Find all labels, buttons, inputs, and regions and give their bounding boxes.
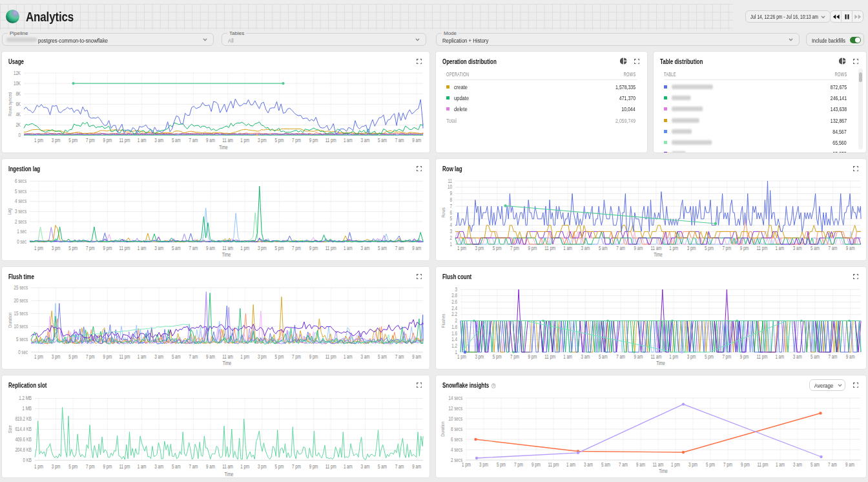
svg-text:5 pm: 5 pm	[274, 137, 284, 143]
svg-text:4 secs: 4 secs	[451, 446, 462, 453]
svg-text:11 am: 11 am	[222, 463, 233, 470]
svg-text:3 pm: 3 pm	[688, 461, 698, 468]
svg-text:3 pm: 3 pm	[258, 463, 267, 470]
svg-text:9 am: 9 am	[412, 463, 421, 470]
svg-text:10 secs: 10 secs	[449, 415, 463, 422]
svg-text:9 am: 9 am	[206, 137, 215, 143]
svg-text:5 pm: 5 pm	[705, 245, 714, 251]
svg-text:9 am: 9 am	[634, 245, 643, 251]
svg-text:1 pm: 1 pm	[671, 461, 680, 468]
svg-text:9 pm: 9 pm	[309, 137, 318, 143]
svg-text:614.4 KB: 614.4 KB	[15, 426, 32, 432]
svg-text:9 pm: 9 pm	[103, 245, 112, 251]
svg-text:1.2: 1.2	[451, 342, 457, 349]
svg-text:9 am: 9 am	[845, 461, 854, 468]
svg-text:3 pm: 3 pm	[258, 353, 267, 360]
svg-text:1 am: 1 am	[566, 461, 575, 468]
svg-text:10: 10	[448, 183, 452, 190]
svg-text:8 secs: 8 secs	[451, 426, 462, 432]
svg-text:10K: 10K	[14, 80, 21, 87]
svg-text:11 pm: 11 pm	[119, 245, 130, 251]
svg-text:7 am: 7 am	[189, 137, 198, 143]
svg-text:3 am: 3 am	[581, 353, 590, 360]
svg-text:11 am: 11 am	[222, 353, 233, 360]
svg-text:6K: 6K	[16, 101, 21, 107]
svg-text:1 pm: 1 pm	[240, 353, 249, 360]
svg-text:7: 7	[450, 203, 452, 209]
svg-text:1 pm: 1 pm	[669, 353, 678, 360]
svg-text:2.8: 2.8	[451, 292, 457, 299]
svg-text:11 pm: 11 pm	[119, 353, 130, 360]
svg-text:11 am: 11 am	[222, 245, 233, 251]
svg-text:11 am: 11 am	[222, 137, 233, 143]
svg-text:9 am: 9 am	[846, 353, 855, 360]
svg-text:1 sec: 1 sec	[17, 228, 26, 235]
svg-text:7 pm: 7 pm	[86, 463, 95, 470]
svg-text:1 pm: 1 pm	[240, 137, 249, 143]
svg-text:7 am: 7 am	[189, 245, 198, 251]
svg-text:4 secs: 4 secs	[15, 198, 26, 204]
svg-text:7 am: 7 am	[395, 353, 404, 360]
svg-text:5 pm: 5 pm	[493, 353, 502, 360]
svg-text:5 pm: 5 pm	[68, 137, 78, 143]
svg-text:1 pm: 1 pm	[240, 245, 249, 251]
svg-text:5 am: 5 am	[811, 461, 820, 468]
svg-text:11 pm: 11 pm	[757, 353, 768, 360]
svg-text:12K: 12K	[14, 70, 21, 76]
svg-text:1 am: 1 am	[138, 245, 147, 251]
svg-text:2: 2	[450, 235, 452, 241]
svg-text:3 am: 3 am	[793, 245, 802, 251]
svg-text:3 pm: 3 pm	[258, 245, 267, 251]
svg-text:7 am: 7 am	[616, 353, 625, 360]
svg-text:Time: Time	[222, 251, 231, 258]
svg-text:Rows: Rows	[440, 207, 446, 218]
svg-text:9 pm: 9 pm	[740, 245, 749, 251]
svg-text:7 am: 7 am	[828, 461, 837, 468]
svg-text:3 pm: 3 pm	[475, 353, 484, 360]
svg-text:7 pm: 7 pm	[514, 461, 523, 468]
svg-text:11 pm: 11 pm	[548, 461, 559, 468]
svg-text:7 pm: 7 pm	[722, 245, 731, 251]
svg-text:Flushes: Flushes	[440, 313, 446, 328]
svg-text:7 am: 7 am	[395, 463, 404, 470]
svg-text:2 secs: 2 secs	[15, 218, 26, 225]
svg-text:2: 2	[455, 317, 457, 324]
svg-text:11 am: 11 am	[653, 461, 664, 468]
svg-text:5 pm: 5 pm	[68, 463, 78, 470]
svg-text:3 secs: 3 secs	[15, 208, 26, 215]
svg-text:14 secs: 14 secs	[449, 395, 463, 401]
svg-text:9 pm: 9 pm	[309, 245, 318, 251]
svg-text:7 pm: 7 pm	[86, 137, 95, 143]
svg-text:4K: 4K	[16, 111, 21, 118]
svg-text:1 pm: 1 pm	[669, 245, 678, 251]
svg-text:20 secs: 20 secs	[14, 297, 28, 304]
svg-text:5 am: 5 am	[172, 353, 181, 360]
svg-text:1 am: 1 am	[138, 137, 147, 143]
svg-text:5 pm: 5 pm	[493, 245, 502, 251]
svg-text:5 am: 5 am	[599, 353, 608, 360]
svg-text:5 am: 5 am	[378, 245, 387, 251]
svg-text:3 pm: 3 pm	[258, 137, 267, 143]
svg-text:1.2 MB: 1.2 MB	[19, 395, 32, 401]
svg-text:1.8: 1.8	[451, 324, 457, 330]
svg-text:7 pm: 7 pm	[86, 245, 95, 251]
svg-text:7 pm: 7 pm	[292, 245, 301, 251]
svg-text:5 am: 5 am	[172, 463, 181, 470]
svg-text:9 am: 9 am	[412, 137, 421, 143]
svg-text:7 am: 7 am	[828, 353, 837, 360]
svg-text:5 am: 5 am	[172, 245, 181, 251]
svg-text:7 pm: 7 pm	[510, 245, 519, 251]
svg-text:3 am: 3 am	[360, 463, 369, 470]
svg-text:10 secs: 10 secs	[14, 323, 28, 330]
svg-text:1: 1	[450, 241, 452, 247]
svg-text:1 am: 1 am	[775, 245, 784, 251]
svg-text:7 am: 7 am	[395, 137, 404, 143]
svg-text:7 am: 7 am	[395, 245, 404, 251]
svg-text:2.2: 2.2	[451, 311, 457, 317]
svg-text:7 am: 7 am	[619, 461, 628, 468]
svg-text:7 pm: 7 pm	[722, 353, 731, 360]
svg-text:3 am: 3 am	[360, 245, 369, 251]
svg-text:3 am: 3 am	[154, 353, 163, 360]
svg-text:3 am: 3 am	[360, 353, 369, 360]
svg-text:204.8 KB: 204.8 KB	[15, 446, 32, 453]
